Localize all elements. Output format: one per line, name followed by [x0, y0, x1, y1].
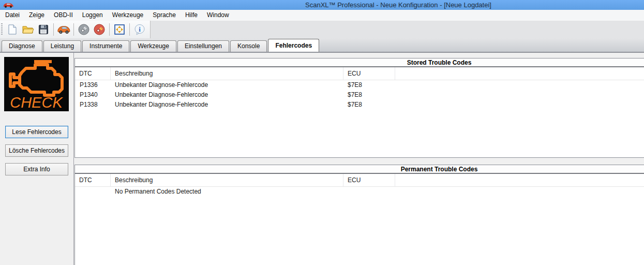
info-button[interactable]: i [132, 22, 147, 37]
content-area: CHECK Lese Fehlercodes Lösche Fehlercode… [0, 53, 644, 265]
menu-zeige[interactable]: Zeige [24, 10, 49, 21]
toolbar-grip-handle[interactable] [1, 23, 3, 36]
permanent-codes-title: Permanent Trouble Codes [75, 165, 644, 174]
description-cell: Unbekanter Diagnose-Fehlercode [110, 100, 343, 110]
trouble-code-row[interactable]: P1338 Unbekanter Diagnose-Fehlercode $7E… [75, 100, 644, 110]
stored-codes-title: Stored Trouble Codes [75, 58, 644, 67]
save-icon [38, 24, 49, 35]
column-header-beschreibung[interactable]: Beschreibung [110, 67, 343, 80]
column-header-dtc[interactable]: DTC [75, 174, 110, 186]
menu-sprache[interactable]: Sprache [148, 10, 181, 21]
toolbar-separator [73, 23, 74, 36]
disconnect-plug-icon [93, 23, 106, 36]
ecu-cell: $7E8 [343, 100, 395, 110]
clear-fault-codes-button[interactable]: Lösche Fehlercodes [5, 144, 68, 157]
open-file-button[interactable] [21, 22, 35, 37]
disconnect-button[interactable] [92, 22, 107, 37]
permanent-trouble-codes-panel: Permanent Trouble Codes DTC Beschreibung… [74, 165, 644, 265]
check-engine-label: CHECK [10, 94, 63, 111]
check-engine-lamp-image: CHECK [4, 57, 69, 111]
tab-diagnose[interactable]: Diagnose [2, 40, 42, 52]
extra-info-button[interactable]: Extra Info [5, 163, 68, 175]
save-button[interactable] [36, 22, 51, 37]
new-file-button[interactable] [5, 22, 20, 37]
new-file-icon [7, 24, 18, 35]
dtc-cell: P1340 [75, 90, 110, 100]
menu-datei[interactable]: Datei [1, 10, 24, 21]
menu-hilfe[interactable]: Hilfe [181, 10, 202, 21]
menu-obd-ii[interactable]: OBD-II [49, 10, 78, 21]
trouble-code-row[interactable]: P1336 Unbekanter Diagnose-Fehlercode $7E… [75, 80, 644, 90]
toolbar-separator [109, 23, 110, 36]
car-icon [57, 24, 70, 35]
empty-state-row: No Permanent Codes Detected [75, 187, 644, 197]
toolbar-separator [53, 23, 54, 36]
column-header-empty [395, 174, 644, 186]
description-cell: Unbekanter Diagnose-Fehlercode [110, 90, 343, 100]
tab-werkzeuge[interactable]: Werkzeuge [130, 40, 176, 52]
dtc-cell: P1336 [75, 80, 110, 90]
tab-instrumente[interactable]: Instrumente [82, 40, 129, 52]
dashboard-layout-button[interactable] [112, 22, 127, 37]
vehicle-connect-button[interactable] [56, 22, 71, 37]
dashboard-layout-icon [113, 23, 126, 36]
column-header-ecu[interactable]: ECU [343, 67, 395, 80]
column-header-empty [395, 67, 644, 80]
toolbar-separator [129, 23, 130, 36]
app-car-icon[interactable] [3, 2, 14, 8]
read-fault-codes-button[interactable]: Lese Fehlercodes [5, 126, 68, 138]
info-icon: i [133, 23, 146, 36]
column-header-beschreibung[interactable]: Beschreibung [110, 174, 343, 186]
main-panel: Stored Trouble Codes DTC Beschreibung EC… [74, 53, 644, 265]
connect-button[interactable] [77, 22, 91, 37]
tab-bar: Diagnose Leistung Instrumente Werkzeuge … [0, 38, 644, 53]
open-folder-icon [22, 24, 34, 35]
title-bar: ScanXL™ Professional - Neue Konfiguratio… [0, 0, 644, 10]
permanent-codes-header-row: DTC Beschreibung ECU [75, 174, 644, 187]
menu-window[interactable]: Window [202, 10, 234, 21]
stored-trouble-codes-panel: Stored Trouble Codes DTC Beschreibung EC… [74, 58, 644, 158]
dtc-cell [75, 187, 110, 197]
column-header-ecu[interactable]: ECU [343, 174, 395, 186]
window-title: ScanXL™ Professional - Neue Konfiguratio… [0, 0, 644, 10]
dtc-cell: P1338 [75, 100, 110, 110]
tab-konsole[interactable]: Konsole [230, 40, 267, 52]
connect-plug-icon [78, 23, 90, 36]
column-header-dtc[interactable]: DTC [75, 67, 110, 80]
toolbar: i [0, 21, 644, 38]
sidebar: CHECK Lese Fehlercodes Lösche Fehlercode… [0, 53, 74, 265]
menu-bar: Datei Zeige OBD-II Loggen Werkzeuge Spra… [0, 10, 644, 21]
svg-text:i: i [139, 25, 141, 33]
tab-leistung[interactable]: Leistung [43, 40, 81, 52]
description-cell: Unbekanter Diagnose-Fehlercode [110, 80, 343, 90]
menu-werkzeuge[interactable]: Werkzeuge [108, 10, 148, 21]
ecu-cell: $7E8 [343, 90, 395, 100]
tab-einstellungen[interactable]: Einstellungen [177, 40, 229, 52]
menu-loggen[interactable]: Loggen [78, 10, 108, 21]
tab-fehlercodes[interactable]: Fehlercodes [268, 39, 319, 52]
stored-codes-header-row: DTC Beschreibung ECU [75, 67, 644, 80]
ecu-cell: $7E8 [343, 80, 395, 90]
no-permanent-codes-message: No Permanent Codes Detected [110, 187, 343, 197]
trouble-code-row[interactable]: P1340 Unbekanter Diagnose-Fehlercode $7E… [75, 90, 644, 100]
toolbar-band: i [0, 21, 151, 38]
